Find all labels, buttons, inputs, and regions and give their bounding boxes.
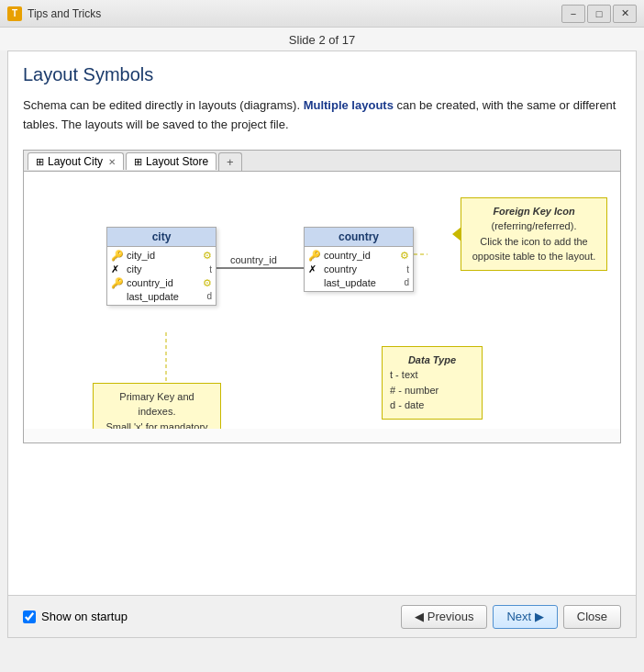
tab-bar: ⊞ Layout City ✕ ⊞ Layout Store + [24, 151, 620, 172]
main-content: Layout Symbols Schema can be edited dire… [7, 50, 637, 638]
primary-key-callout-text: Primary Key and indexes.Small 'x' for ma… [105, 391, 207, 429]
tab-city-close[interactable]: ✕ [108, 157, 116, 167]
tab-layout-store[interactable]: ⊞ Layout Store [126, 152, 217, 170]
table-row: 🔑 country_id ⚙ [308, 249, 409, 263]
table-row: ✗ city t [111, 263, 212, 276]
field-name: country_id [127, 277, 197, 288]
slide-indicator: Slide 2 of 17 [0, 28, 644, 50]
description-part1: Schema can be edited directly in layouts… [23, 98, 304, 112]
title-bar-title: Tips and Tricks [28, 7, 101, 20]
field-type: t [209, 264, 212, 274]
data-type-number: # - number [390, 383, 474, 398]
table-row: last_update d [308, 276, 409, 289]
city-table-body: 🔑 city_id ⚙ ✗ city t 🔑 country_id [107, 247, 216, 305]
description-highlight: Multiple layouts [304, 98, 394, 112]
city-table: city 🔑 city_id ⚙ ✗ city t 🔑 [106, 227, 217, 306]
city-table-header: city [107, 228, 216, 247]
key-icon: 🔑 [111, 277, 124, 289]
title-bar-left: T Tips and Tricks [7, 6, 101, 21]
bottom-bar: Show on startup ◀ Previous Next ▶ Close [8, 595, 636, 637]
table-row: ✗ country t [308, 263, 409, 276]
tab-store-icon: ⊞ [134, 156, 142, 168]
tab-city-label: Layout City [48, 155, 103, 168]
primary-key-callout: Primary Key and indexes.Small 'x' for ma… [93, 383, 221, 429]
description: Schema can be edited directly in layouts… [23, 96, 621, 135]
fk-icon[interactable]: ⚙ [203, 277, 212, 289]
field-name: city [127, 263, 206, 274]
tab-store-label: Layout Store [146, 155, 208, 168]
field-name: last_update [127, 291, 204, 302]
mandatory-icon: ✗ [308, 263, 321, 275]
foreign-key-callout: Foreign Key Icon (referring/referred).Cl… [461, 197, 607, 271]
field-name: last_update [324, 277, 401, 288]
data-type-date: d - date [390, 398, 474, 413]
table-row: 🔑 city_id ⚙ [111, 249, 212, 263]
nav-buttons: ◀ Previous Next ▶ Close [401, 605, 621, 629]
field-name: country_id [324, 250, 394, 261]
show-startup-label: Show on startup [41, 610, 128, 623]
tab-city-icon: ⊞ [36, 156, 44, 168]
previous-button[interactable]: ◀ Previous [401, 605, 487, 629]
data-type-title: Data Type [390, 353, 474, 368]
diagram-area: ⊞ Layout City ✕ ⊞ Layout Store + country… [23, 150, 621, 443]
title-bar-controls: − □ ✕ [561, 5, 637, 23]
fk-callout-title: Foreign Key Icon [469, 204, 599, 219]
country-table-header: country [305, 228, 413, 247]
diagram-canvas: country_id city 🔑 city_id ⚙ ✗ [24, 172, 620, 429]
window-close-button[interactable]: ✕ [613, 5, 637, 23]
key-icon: 🔑 [111, 250, 124, 262]
minimize-button[interactable]: − [561, 5, 585, 23]
show-startup-checkbox[interactable] [23, 610, 36, 623]
next-button[interactable]: Next ▶ [493, 605, 557, 629]
data-type-text: t - text [390, 367, 474, 383]
field-name: country [324, 263, 404, 274]
data-type-callout: Data Type t - text # - number d - date [382, 346, 483, 420]
close-button[interactable]: Close [563, 605, 621, 629]
add-tab-button[interactable]: + [218, 152, 242, 171]
field-type: d [206, 291, 212, 301]
table-row: 🔑 country_id ⚙ [111, 276, 212, 290]
title-bar: T Tips and Tricks − □ ✕ [0, 0, 644, 28]
fk-icon[interactable]: ⚙ [400, 250, 409, 262]
fk-callout-text: (referring/referred).Click the icon to a… [472, 220, 596, 262]
key-icon: 🔑 [308, 250, 321, 262]
mandatory-icon: ✗ [111, 263, 124, 275]
field-type: d [404, 277, 409, 287]
app-icon: T [7, 6, 22, 21]
show-startup-container: Show on startup [23, 610, 128, 623]
tab-layout-city[interactable]: ⊞ Layout City ✕ [28, 152, 124, 170]
fk-icon[interactable]: ⚙ [203, 250, 212, 262]
field-type: t [406, 264, 409, 274]
page-title: Layout Symbols [23, 64, 621, 85]
svg-text:country_id: country_id [230, 254, 277, 265]
data-type-lines: t - text # - number d - date [390, 367, 474, 413]
maximize-button[interactable]: □ [587, 5, 611, 23]
country-table-body: 🔑 country_id ⚙ ✗ country t last_update d [305, 247, 413, 291]
country-table: country 🔑 country_id ⚙ ✗ country t [304, 227, 414, 292]
fk-callout-arrow [452, 227, 461, 241]
table-row: last_update d [111, 290, 212, 303]
field-name: city_id [127, 250, 197, 261]
